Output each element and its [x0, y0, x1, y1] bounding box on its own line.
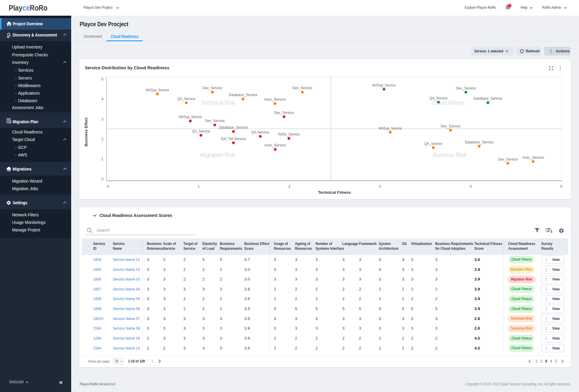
- svg-text:1: 1: [101, 157, 103, 161]
- svg-text:QA_Service: QA_Service: [424, 142, 442, 146]
- svg-text:Technical Fitness: Technical Fitness: [318, 190, 351, 195]
- svg-text:QA_Service: QA_Service: [192, 129, 210, 133]
- svg-text:5: 5: [560, 184, 562, 189]
- svg-text:WASup_Service: WASup_Service: [146, 88, 169, 92]
- svg-text:QA_Service: QA_Service: [177, 97, 195, 101]
- svg-text:WASup_Service: WASup_Service: [179, 115, 202, 119]
- svg-text:Auto_Service: Auto_Service: [264, 97, 286, 102]
- svg-text:1: 1: [198, 184, 200, 189]
- svg-text:3: 3: [101, 117, 103, 121]
- svg-text:Database_Service: Database_Service: [465, 140, 494, 144]
- svg-text:4: 4: [470, 184, 472, 189]
- svg-text:WASup_Service: WASup_Service: [372, 83, 396, 87]
- svg-text:WASup_Service: WASup_Service: [378, 126, 402, 130]
- svg-text:Business Effect: Business Effect: [84, 117, 88, 146]
- svg-text:QA Service: QA Service: [251, 130, 269, 134]
- svg-text:4: 4: [101, 97, 103, 101]
- svg-text:Dev_Service: Dev_Service: [456, 86, 476, 90]
- svg-text:5: 5: [101, 77, 103, 81]
- svg-text:Database_Service: Database_Service: [473, 96, 502, 101]
- svg-text:Database_Service: Database_Service: [229, 93, 258, 97]
- svg-text:3: 3: [379, 184, 381, 189]
- svg-text:Database_Service: Database_Service: [219, 125, 248, 130]
- svg-text:Dev_Service: Dev_Service: [441, 124, 460, 128]
- svg-text:IDC TM Service: IDC TM Service: [221, 137, 246, 141]
- svg-text:0: 0: [101, 177, 103, 181]
- svg-text:Migration Risk: Migration Risk: [200, 151, 235, 158]
- svg-text:Technical Risk: Technical Risk: [201, 99, 235, 106]
- svg-text:Dev_Service: Dev_Service: [205, 119, 225, 123]
- svg-text:Dev_Service: Dev_Service: [203, 86, 223, 90]
- svg-text:Dev_Service: Dev_Service: [293, 86, 312, 90]
- svg-text:Auto_Service: Auto_Service: [522, 155, 544, 160]
- svg-text:2: 2: [288, 184, 290, 189]
- svg-text:Business Risk: Business Risk: [433, 151, 466, 158]
- svg-text:Dev_Service: Dev_Service: [274, 111, 294, 115]
- svg-text:QA_Service: QA_Service: [429, 96, 448, 100]
- svg-text:Auto_Service: Auto_Service: [264, 143, 286, 147]
- svg-text:2: 2: [101, 137, 103, 141]
- svg-text:Dev_Service: Dev_Service: [498, 157, 518, 162]
- svg-text:0: 0: [107, 184, 109, 189]
- svg-text:RoRo_Service: RoRo_Service: [278, 132, 300, 136]
